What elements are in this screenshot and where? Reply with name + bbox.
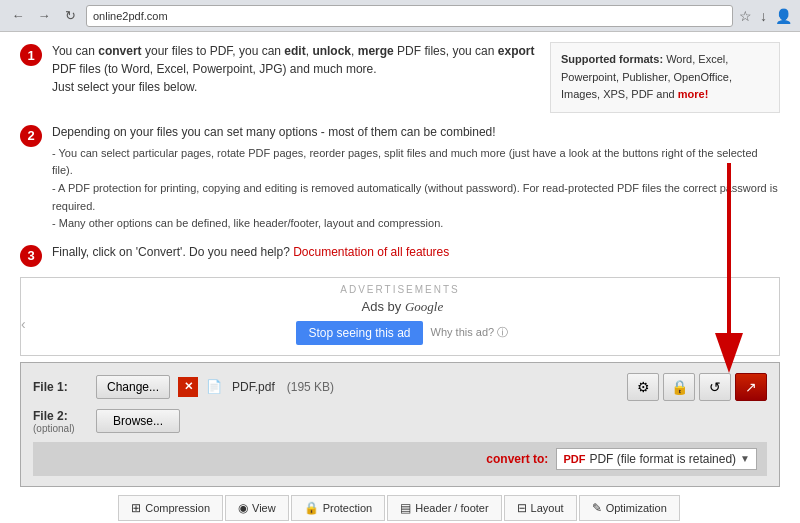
file-2-row: File 2: (optional) Browse... — [33, 409, 767, 434]
tab-layout-label: Layout — [531, 502, 564, 514]
step-1-paragraph: You can convert your files to PDF, you c… — [52, 42, 540, 96]
step-2-bullets: - You can select particular pages, rotat… — [52, 145, 780, 233]
convert-to-label: convert to: — [486, 452, 548, 466]
tab-header-footer[interactable]: ▤ Header / footer — [387, 495, 501, 521]
step-1-content: You can convert your files to PDF, you c… — [52, 42, 780, 113]
file-1-row: File 1: Change... ✕ 📄 PDF.pdf (195 KB) ⚙… — [33, 373, 767, 401]
step-2-number: 2 — [20, 125, 42, 147]
ads-label: Advertisements — [21, 284, 779, 295]
google-text: Google — [405, 299, 443, 314]
step-3-content: Finally, click on 'Convert'. Do you need… — [52, 243, 780, 261]
supported-more[interactable]: more! — [678, 88, 709, 100]
step-1-export: export — [498, 44, 535, 58]
tab-header-footer-label: Header / footer — [415, 502, 488, 514]
delete-icon: ✕ — [184, 380, 193, 393]
optimization-icon: ✎ — [592, 501, 602, 515]
stop-ad-button[interactable]: Stop seeing this ad — [296, 321, 422, 345]
layout-icon: ⊟ — [517, 501, 527, 515]
tab-protection-label: Protection — [323, 502, 373, 514]
pages-icon-btn[interactable]: ⚙ — [627, 373, 659, 401]
supported-label: Supported formats: — [561, 53, 663, 65]
tab-protection[interactable]: 🔒 Protection — [291, 495, 386, 521]
step-1-merge: merge — [358, 44, 394, 58]
view-icon: ◉ — [238, 501, 248, 515]
browser-icons: ☆ ↓ 👤 — [739, 8, 792, 24]
action-icons: ⚙ 🔒 ↺ ↗ — [627, 373, 767, 401]
step-3-prefix: Finally, click on 'Convert'. Do you need… — [52, 245, 293, 259]
tab-compression-label: Compression — [145, 502, 210, 514]
step-2-content: Depending on your files you can set many… — [52, 123, 780, 233]
step-2-title: Depending on your files you can set many… — [52, 123, 780, 141]
step-1-edit: edit — [284, 44, 305, 58]
docs-link[interactable]: Documentation of all features — [293, 245, 449, 259]
file-1-label: File 1: — [33, 380, 88, 394]
tab-layout[interactable]: ⊟ Layout — [504, 495, 577, 521]
download-icon[interactable]: ↓ — [760, 8, 767, 24]
page-content: 1 You can convert your files to PDF, you… — [0, 32, 800, 523]
tab-view[interactable]: ◉ View — [225, 495, 289, 521]
profile-icon[interactable]: 👤 — [775, 8, 792, 24]
pdf-file-icon: 📄 — [206, 379, 222, 394]
file-2-label-group: File 2: (optional) — [33, 409, 88, 434]
supported-formats-box: Supported formats: Word, Excel, Powerpoi… — [550, 42, 780, 113]
ads-controls-row: Stop seeing this ad Why this ad? ⓘ — [26, 321, 779, 345]
options-tabs: ⊞ Compression ◉ View 🔒 Protection ▤ Head… — [20, 495, 780, 521]
star-icon[interactable]: ☆ — [739, 8, 752, 24]
step-2-row: 2 Depending on your files you can set ma… — [20, 123, 780, 233]
bullet-1: - You can select particular pages, rotat… — [52, 145, 780, 180]
ads-by-google: Ads by Google — [26, 299, 779, 315]
protection-tab-icon: 🔒 — [304, 501, 319, 515]
refresh-button[interactable]: ↻ — [60, 6, 80, 26]
protection-icon-btn[interactable]: 🔒 — [663, 373, 695, 401]
tab-compression[interactable]: ⊞ Compression — [118, 495, 223, 521]
address-bar[interactable]: online2pdf.com — [86, 5, 733, 27]
file-name: PDF.pdf — [232, 380, 275, 394]
file-size: (195 KB) — [287, 380, 334, 394]
step-1-number: 1 — [20, 44, 42, 66]
convert-to-row: convert to: PDF PDF (file format is reta… — [33, 442, 767, 476]
step-1-convert: convert — [98, 44, 141, 58]
browser-chrome: ← → ↻ online2pdf.com ☆ ↓ 👤 — [0, 0, 800, 32]
bullet-3: - Many other options can be defined, lik… — [52, 215, 780, 233]
file-area: File 1: Change... ✕ 📄 PDF.pdf (195 KB) ⚙… — [20, 362, 780, 487]
change-button[interactable]: Change... — [96, 375, 170, 399]
bullet-2: - A PDF protection for printing, copying… — [52, 180, 780, 215]
step-3-number: 3 — [20, 245, 42, 267]
select-arrow-icon: ▼ — [740, 453, 750, 464]
tab-view-label: View — [252, 502, 276, 514]
delete-button[interactable]: ✕ — [178, 377, 198, 397]
step-3-row: 3 Finally, click on 'Convert'. Do you ne… — [20, 243, 780, 267]
file-2-label: File 2: — [33, 409, 88, 423]
convert-pdf-icon: PDF — [563, 453, 585, 465]
why-ad-link[interactable]: Why this ad? ⓘ — [431, 325, 509, 340]
share-icon-btn[interactable]: ↗ — [735, 373, 767, 401]
back-button[interactable]: ← — [8, 6, 28, 26]
file-2-sublabel: (optional) — [33, 423, 88, 434]
header-footer-icon: ▤ — [400, 501, 411, 515]
compression-icon: ⊞ — [131, 501, 141, 515]
rotate-icon-btn[interactable]: ↺ — [699, 373, 731, 401]
step-1-unlock: unlock — [312, 44, 351, 58]
forward-button[interactable]: → — [34, 6, 54, 26]
tab-optimization-label: Optimization — [606, 502, 667, 514]
browse-button[interactable]: Browse... — [96, 409, 180, 433]
step-3-text: Finally, click on 'Convert'. Do you need… — [52, 243, 780, 261]
step-1-text: You can convert your files to PDF, you c… — [52, 42, 540, 113]
step-1-row: 1 You can convert your files to PDF, you… — [20, 42, 780, 113]
convert-select-text: PDF (file format is retained) — [589, 452, 736, 466]
tab-optimization[interactable]: ✎ Optimization — [579, 495, 680, 521]
ads-section: Advertisements ‹ Ads by Google Stop seei… — [20, 277, 780, 356]
convert-to-select[interactable]: PDF PDF (file format is retained) ▼ — [556, 448, 757, 470]
url-text: online2pdf.com — [93, 10, 726, 22]
